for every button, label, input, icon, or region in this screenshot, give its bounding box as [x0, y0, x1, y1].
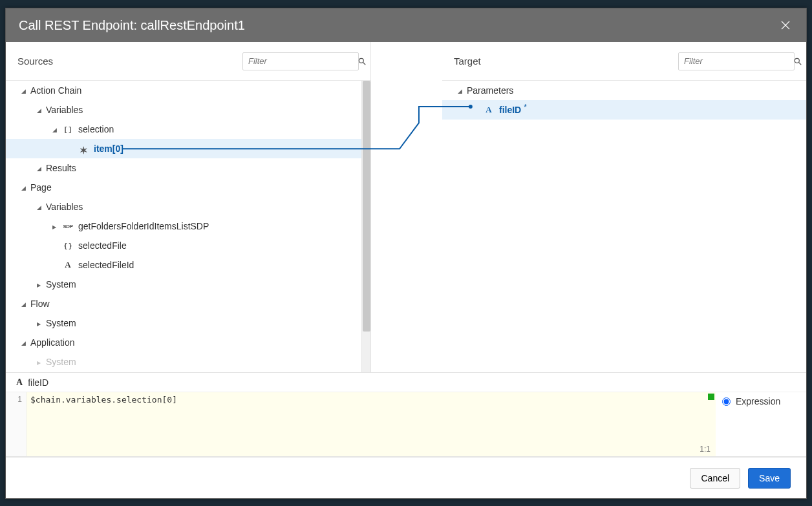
expand-toggle-icon[interactable] — [455, 87, 464, 94]
target-pane: Target Parameters A — [442, 42, 806, 372]
tree-node-parameters[interactable]: Parameters — [442, 81, 806, 100]
cancel-button[interactable]: Cancel — [690, 468, 740, 489]
tree-node-label: item[0] — [94, 143, 123, 154]
sources-pane: Sources Action Chain Va — [6, 42, 371, 372]
tree-node-app-system[interactable]: System — [6, 352, 370, 372]
svg-line-3 — [363, 62, 366, 65]
dialog-footer: Cancel Save — [6, 457, 806, 498]
sources-filter[interactable] — [242, 52, 359, 70]
dialog-body: Sources Action Chain Va — [6, 42, 806, 498]
expand-toggle-icon[interactable] — [19, 184, 28, 191]
tree-node-page[interactable]: Page — [6, 178, 370, 197]
svg-line-5 — [799, 62, 802, 65]
expand-toggle-icon[interactable] — [34, 107, 43, 114]
target-filter[interactable] — [678, 52, 795, 70]
editor-row: 1 $chain.variables.selection[0] 1:1 Expr… — [6, 392, 806, 456]
code-line[interactable]: $chain.variables.selection[0] — [27, 392, 716, 407]
svg-point-2 — [359, 58, 363, 63]
scrollbar-thumb[interactable] — [363, 81, 370, 332]
target-tree[interactable]: Parameters A fileID * — [442, 81, 806, 372]
valid-indicator-icon — [708, 394, 714, 400]
string-icon: A — [482, 105, 495, 115]
expand-toggle-icon[interactable] — [19, 339, 28, 346]
expand-toggle-icon[interactable] — [50, 126, 59, 133]
connector-pane — [371, 42, 442, 372]
target-label: Target — [454, 56, 481, 67]
tree-node-label: System — [46, 357, 76, 367]
tree-node-page-system[interactable]: System — [6, 275, 370, 294]
tree-node-label: selection — [78, 124, 114, 134]
call-rest-endpoint-dialog: Call REST Endpoint: callRestEndpoint1 So… — [5, 8, 807, 499]
expression-editor-panel: A fileID 1 $chain.variables.selection[0]… — [6, 373, 806, 457]
any-type-icon: ✶ — [77, 145, 90, 156]
editor-mode-column: Expression — [716, 392, 806, 456]
code-area[interactable]: $chain.variables.selection[0] 1:1 — [27, 392, 716, 456]
sources-scrollbar[interactable] — [361, 81, 370, 372]
array-icon: [‎ ] — [61, 125, 74, 133]
string-icon: A — [61, 260, 74, 270]
expression-mode-label: Expression — [736, 396, 780, 406]
tree-node-variables-page[interactable]: Variables — [6, 197, 370, 216]
save-button[interactable]: Save — [748, 468, 791, 489]
tree-node-label: getFoldersFolderIdItemsListSDP — [78, 221, 209, 231]
line-number: 1 — [6, 395, 22, 404]
tree-node-selectedfileid[interactable]: A selectedFileId — [6, 255, 370, 275]
tree-node-variables-ac[interactable]: Variables — [6, 100, 370, 120]
tree-node-label: Page — [30, 182, 52, 193]
editor-field-header: A fileID — [6, 373, 806, 392]
search-icon[interactable] — [793, 57, 802, 66]
line-gutter: 1 — [6, 392, 27, 456]
string-icon: A — [16, 377, 23, 388]
target-filter-input[interactable] — [684, 56, 793, 66]
collapse-toggle-icon[interactable] — [34, 359, 43, 366]
tree-node-label: Action Chain — [30, 85, 81, 96]
expand-toggle-icon[interactable] — [34, 165, 43, 172]
svg-point-4 — [795, 58, 799, 63]
tree-node-flow-system[interactable]: System — [6, 313, 370, 333]
tree-node-application[interactable]: Application — [6, 333, 370, 352]
tree-node-label: System — [46, 279, 76, 290]
expand-toggle-icon[interactable] — [19, 300, 28, 308]
collapse-toggle-icon[interactable] — [50, 223, 59, 230]
tree-node-label: Application — [30, 337, 75, 348]
dialog-titlebar: Call REST Endpoint: callRestEndpoint1 — [6, 8, 806, 42]
expression-mode-radio[interactable] — [722, 397, 731, 406]
tree-node-label: Flow — [30, 299, 50, 309]
tree-node-selectedfile[interactable]: { } selectedFile — [6, 236, 370, 255]
tree-node-sdp[interactable]: SDP getFoldersFolderIdItemsListSDP — [6, 216, 370, 236]
tree-node-flow[interactable]: Flow — [6, 294, 370, 313]
sources-filter-input[interactable] — [248, 56, 358, 66]
object-icon: { } — [61, 242, 74, 249]
tree-node-item0[interactable]: ✶ item[0] — [6, 139, 370, 158]
required-star-icon: * — [524, 103, 527, 112]
target-header: Target — [442, 42, 806, 81]
sources-header: Sources — [6, 42, 370, 81]
collapse-toggle-icon[interactable] — [34, 320, 43, 327]
dialog-title: Call REST Endpoint: callRestEndpoint1 — [19, 18, 245, 33]
editor-field-label: fileID — [28, 377, 48, 388]
sdp-icon: SDP — [61, 224, 74, 229]
tree-node-label: selectedFileId — [78, 260, 134, 270]
close-icon[interactable] — [778, 17, 793, 33]
tree-node-label: fileID — [499, 105, 521, 115]
expand-toggle-icon[interactable] — [34, 204, 43, 211]
cursor-position: 1:1 — [700, 445, 710, 454]
tree-node-label: Variables — [46, 105, 83, 115]
tree-node-label: System — [46, 318, 76, 328]
tree-node-label: selectedFile — [78, 240, 127, 251]
mapper-area: Sources Action Chain Va — [6, 42, 806, 373]
tree-node-results[interactable]: Results — [6, 158, 370, 178]
tree-node-label: Results — [46, 163, 76, 173]
tree-node-fileid[interactable]: A fileID * — [442, 100, 806, 120]
expand-toggle-icon[interactable] — [19, 87, 28, 94]
tree-node-selection[interactable]: [‎ ] selection — [6, 120, 370, 139]
sources-tree[interactable]: Action Chain Variables [‎ ] selection ✶ — [6, 81, 370, 372]
search-icon[interactable] — [358, 57, 367, 66]
collapse-toggle-icon[interactable] — [34, 281, 43, 288]
tree-node-actionchain[interactable]: Action Chain — [6, 81, 370, 100]
tree-node-label: Variables — [46, 202, 83, 212]
tree-node-label: Parameters — [467, 85, 513, 96]
sources-label: Sources — [17, 56, 53, 67]
